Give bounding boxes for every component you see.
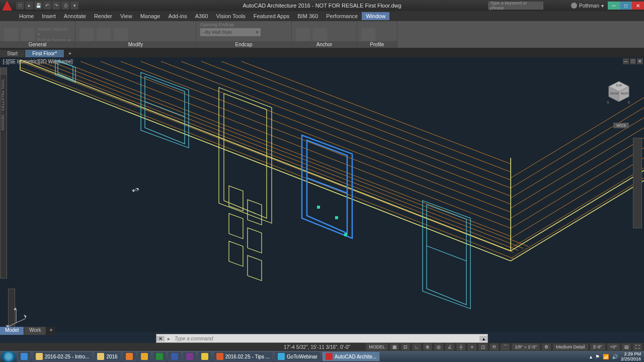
taskbar-item[interactable]: [137, 351, 151, 361]
menu-manage[interactable]: Manage: [136, 12, 165, 20]
polar-icon[interactable]: ⊕: [423, 343, 432, 350]
taskbar-app-icon: [326, 353, 333, 360]
dyn-icon[interactable]: ┼: [456, 343, 465, 350]
clean-screen-icon[interactable]: ⛶: [633, 343, 642, 350]
opening-endcap-label: Opening Endcap: [200, 22, 234, 27]
svg-text:S: S: [607, 101, 609, 104]
taskbar-item[interactable]: 2016: [94, 351, 121, 361]
cmd-history-icon[interactable]: ▴: [479, 336, 488, 341]
tray-volume-icon[interactable]: 🔊: [612, 354, 618, 359]
qat-save-icon[interactable]: 💾: [34, 2, 42, 10]
tray-network-icon[interactable]: 📶: [603, 354, 609, 359]
palette-grip-icon[interactable]: [1, 68, 7, 75]
user-menu[interactable]: Pothman ▾: [571, 3, 604, 9]
taskbar-app-icon: [156, 353, 163, 360]
drawing-viewport[interactable]: [-][SE Isometric][2D Wireframe] ─ □ ✕: [0, 57, 644, 332]
start-button[interactable]: [2, 351, 15, 362]
menu-view[interactable]: View: [116, 12, 136, 20]
qat-redo-icon[interactable]: ↷: [52, 2, 60, 10]
layout-tab-work[interactable]: Work: [24, 327, 46, 335]
osnap-icon[interactable]: ◎: [434, 343, 443, 350]
detail-level[interactable]: Medium Detail: [553, 343, 588, 350]
modify-tool3-icon[interactable]: [114, 28, 128, 42]
menu-performance[interactable]: Performance: [322, 12, 362, 20]
modify-tool1-icon[interactable]: [79, 28, 94, 42]
minimize-button[interactable]: ─: [608, 2, 620, 10]
command-input[interactable]: [173, 336, 479, 341]
svg-rect-34: [317, 206, 320, 209]
doc-tab-add[interactable]: +: [64, 50, 75, 57]
taskbar-ie[interactable]: [17, 351, 31, 361]
maximize-button[interactable]: □: [620, 2, 632, 10]
layout-tab-model[interactable]: Model: [0, 327, 24, 335]
grid-icon[interactable]: ▦: [390, 343, 399, 350]
modify-tool2-icon[interactable]: [97, 28, 111, 42]
cycling-icon[interactable]: ⟲: [490, 343, 499, 350]
elevation[interactable]: 3'-6": [590, 343, 605, 350]
anchor-tool2-icon[interactable]: [313, 28, 327, 42]
system-tray: ▴ ⚑ 📶 🔊 2:29 PM 2/25/2016: [590, 351, 644, 361]
taskbar-item[interactable]: GoToWebinar: [274, 351, 321, 361]
document-tabs: Start First Floor* +: [0, 48, 644, 57]
taskbar-item[interactable]: [168, 351, 182, 361]
qat-more-icon[interactable]: ▾: [70, 2, 78, 10]
svg-line-5: [60, 61, 511, 236]
anno-scale[interactable]: 1/8" = 1'-0": [512, 343, 540, 350]
doc-tab-start[interactable]: Start: [0, 50, 25, 57]
isolate-objects[interactable]: Isolate Objects ▾: [38, 27, 71, 37]
taskbar-item[interactable]: AutoCAD Archite...: [322, 351, 380, 361]
tray-up-icon[interactable]: ▴: [590, 354, 592, 359]
profile-tool-icon[interactable]: [361, 28, 375, 42]
taskbar-item[interactable]: [198, 351, 212, 361]
select-tool-icon[interactable]: [4, 28, 18, 42]
menu-a360[interactable]: A360: [191, 12, 212, 20]
gear-icon[interactable]: ⚙: [542, 343, 551, 350]
object-viewer-icon[interactable]: [21, 28, 35, 42]
model-space-toggle[interactable]: MODEL: [366, 343, 388, 350]
menu-window[interactable]: Window: [362, 12, 389, 20]
help-search-input[interactable]: Type a keyword or phrase: [488, 2, 543, 10]
taskbar-item[interactable]: [152, 351, 167, 361]
coordinates: 17'-4 5/32", 15'-11 3/16", 0'-0": [2, 344, 350, 350]
svg-line-16: [511, 168, 644, 248]
tool-palette-bar[interactable]: TOOL PALETTES - DESIGN: [0, 67, 7, 279]
viewcube[interactable]: TOP FRONT RIGHT S E: [604, 77, 634, 108]
taskbar-item[interactable]: 2016.02.25 - Tips ...: [213, 351, 273, 361]
otrack-icon[interactable]: ∠: [445, 343, 454, 350]
menu-insert[interactable]: Insert: [38, 12, 60, 20]
navigation-bar[interactable]: [633, 138, 642, 228]
qat-open-icon[interactable]: ▸: [25, 2, 33, 10]
qat-undo-icon[interactable]: ↶: [43, 2, 51, 10]
window-title: AutoCAD Architecture 2016 - NOT FOR RESA…: [243, 3, 401, 9]
tray-icon1[interactable]: ⚑: [595, 354, 600, 359]
menu-annotate[interactable]: Annotate: [60, 12, 90, 20]
anchor-tool1-icon[interactable]: [296, 28, 310, 42]
taskbar-item[interactable]: 2016-02-25 - Intro...: [32, 351, 93, 361]
doc-tab-firstfloor[interactable]: First Floor*: [25, 50, 64, 57]
annotation-icon[interactable]: ⌒: [501, 343, 510, 350]
menu-addins[interactable]: Add-ins: [164, 12, 191, 20]
menu-vision[interactable]: Vision Tools: [212, 12, 249, 20]
menu-featured[interactable]: Featured Apps: [250, 12, 294, 20]
cut-plane[interactable]: +0": [607, 343, 620, 350]
close-button[interactable]: ✕: [632, 2, 644, 10]
cmd-close-icon[interactable]: ✕: [156, 336, 165, 341]
menu-render[interactable]: Render: [90, 12, 116, 20]
svg-line-7: [101, 61, 511, 220]
taskbar-item[interactable]: [122, 351, 136, 361]
transparency-icon[interactable]: ◫: [478, 343, 488, 350]
layout-tab-add[interactable]: +: [46, 327, 55, 335]
wcs-label[interactable]: WCS: [613, 123, 629, 128]
menu-bim360[interactable]: BIM 360: [293, 12, 322, 20]
ortho-icon[interactable]: ∟: [412, 343, 421, 350]
svg-line-12: [201, 61, 511, 180]
menu-home[interactable]: Home: [15, 12, 38, 20]
workspace-icon[interactable]: ▤: [622, 343, 631, 350]
taskbar-item[interactable]: [183, 351, 197, 361]
endcap-style-dropdown[interactable]: --By Wall Style▾: [200, 28, 261, 36]
snap-icon[interactable]: ⊡: [401, 343, 410, 350]
lwt-icon[interactable]: ≡: [467, 343, 476, 350]
qat-print-icon[interactable]: ⎙: [61, 2, 69, 10]
clock[interactable]: 2:29 PM 2/25/2016: [621, 351, 641, 361]
qat-new-icon[interactable]: □: [16, 2, 24, 10]
